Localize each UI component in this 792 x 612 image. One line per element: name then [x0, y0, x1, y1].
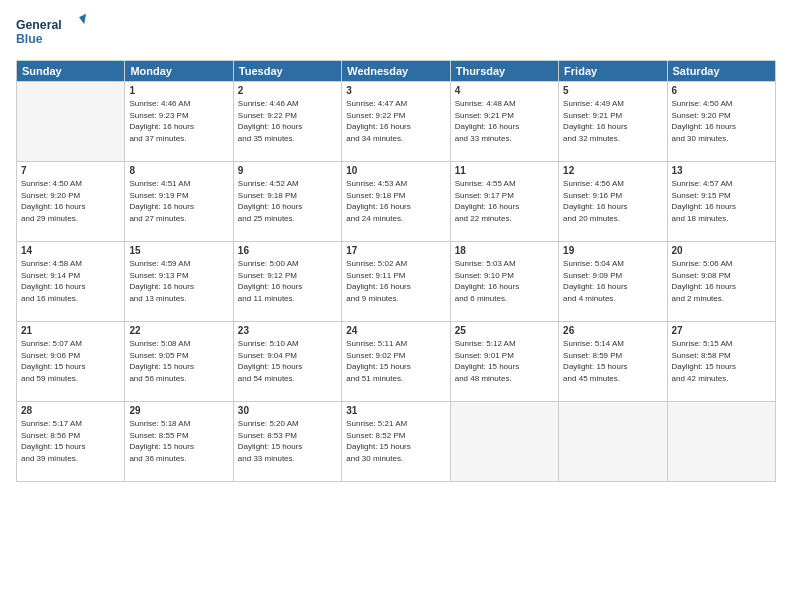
day-detail: Sunrise: 5:15 AM Sunset: 8:58 PM Dayligh…: [672, 338, 771, 384]
day-cell: 6Sunrise: 4:50 AM Sunset: 9:20 PM Daylig…: [667, 82, 775, 162]
day-detail: Sunrise: 5:20 AM Sunset: 8:53 PM Dayligh…: [238, 418, 337, 464]
day-number: 8: [129, 165, 228, 176]
week-row-3: 14Sunrise: 4:58 AM Sunset: 9:14 PM Dayli…: [17, 242, 776, 322]
day-header-saturday: Saturday: [667, 61, 775, 82]
day-cell: 4Sunrise: 4:48 AM Sunset: 9:21 PM Daylig…: [450, 82, 558, 162]
day-cell: [667, 402, 775, 482]
day-cell: 30Sunrise: 5:20 AM Sunset: 8:53 PM Dayli…: [233, 402, 341, 482]
day-number: 24: [346, 325, 445, 336]
day-detail: Sunrise: 4:46 AM Sunset: 9:22 PM Dayligh…: [238, 98, 337, 144]
svg-marker-2: [79, 14, 86, 25]
day-cell: 29Sunrise: 5:18 AM Sunset: 8:55 PM Dayli…: [125, 402, 233, 482]
day-cell: 20Sunrise: 5:06 AM Sunset: 9:08 PM Dayli…: [667, 242, 775, 322]
day-cell: 11Sunrise: 4:55 AM Sunset: 9:17 PM Dayli…: [450, 162, 558, 242]
day-number: 27: [672, 325, 771, 336]
day-detail: Sunrise: 5:08 AM Sunset: 9:05 PM Dayligh…: [129, 338, 228, 384]
day-detail: Sunrise: 4:53 AM Sunset: 9:18 PM Dayligh…: [346, 178, 445, 224]
day-detail: Sunrise: 4:58 AM Sunset: 9:14 PM Dayligh…: [21, 258, 120, 304]
day-number: 1: [129, 85, 228, 96]
day-cell: 24Sunrise: 5:11 AM Sunset: 9:02 PM Dayli…: [342, 322, 450, 402]
day-cell: 18Sunrise: 5:03 AM Sunset: 9:10 PM Dayli…: [450, 242, 558, 322]
day-detail: Sunrise: 4:50 AM Sunset: 9:20 PM Dayligh…: [21, 178, 120, 224]
day-cell: 10Sunrise: 4:53 AM Sunset: 9:18 PM Dayli…: [342, 162, 450, 242]
page: General Blue SundayMondayTuesdayWednesda…: [0, 0, 792, 612]
day-cell: 27Sunrise: 5:15 AM Sunset: 8:58 PM Dayli…: [667, 322, 775, 402]
day-cell: 8Sunrise: 4:51 AM Sunset: 9:19 PM Daylig…: [125, 162, 233, 242]
day-detail: Sunrise: 5:18 AM Sunset: 8:55 PM Dayligh…: [129, 418, 228, 464]
day-detail: Sunrise: 4:48 AM Sunset: 9:21 PM Dayligh…: [455, 98, 554, 144]
day-detail: Sunrise: 5:14 AM Sunset: 8:59 PM Dayligh…: [563, 338, 662, 384]
day-cell: 17Sunrise: 5:02 AM Sunset: 9:11 PM Dayli…: [342, 242, 450, 322]
day-cell: 21Sunrise: 5:07 AM Sunset: 9:06 PM Dayli…: [17, 322, 125, 402]
day-detail: Sunrise: 5:03 AM Sunset: 9:10 PM Dayligh…: [455, 258, 554, 304]
day-cell: 19Sunrise: 5:04 AM Sunset: 9:09 PM Dayli…: [559, 242, 667, 322]
calendar: SundayMondayTuesdayWednesdayThursdayFrid…: [16, 60, 776, 482]
day-detail: Sunrise: 5:21 AM Sunset: 8:52 PM Dayligh…: [346, 418, 445, 464]
svg-text:General: General: [16, 18, 62, 32]
day-header-wednesday: Wednesday: [342, 61, 450, 82]
day-cell: 2Sunrise: 4:46 AM Sunset: 9:22 PM Daylig…: [233, 82, 341, 162]
day-cell: 5Sunrise: 4:49 AM Sunset: 9:21 PM Daylig…: [559, 82, 667, 162]
day-cell: 25Sunrise: 5:12 AM Sunset: 9:01 PM Dayli…: [450, 322, 558, 402]
svg-text:Blue: Blue: [16, 32, 43, 46]
day-detail: Sunrise: 4:46 AM Sunset: 9:23 PM Dayligh…: [129, 98, 228, 144]
day-header-friday: Friday: [559, 61, 667, 82]
day-cell: 28Sunrise: 5:17 AM Sunset: 8:56 PM Dayli…: [17, 402, 125, 482]
day-header-thursday: Thursday: [450, 61, 558, 82]
day-number: 5: [563, 85, 662, 96]
week-row-2: 7Sunrise: 4:50 AM Sunset: 9:20 PM Daylig…: [17, 162, 776, 242]
day-cell: 3Sunrise: 4:47 AM Sunset: 9:22 PM Daylig…: [342, 82, 450, 162]
day-detail: Sunrise: 4:50 AM Sunset: 9:20 PM Dayligh…: [672, 98, 771, 144]
day-cell: 7Sunrise: 4:50 AM Sunset: 9:20 PM Daylig…: [17, 162, 125, 242]
day-detail: Sunrise: 4:59 AM Sunset: 9:13 PM Dayligh…: [129, 258, 228, 304]
day-number: 3: [346, 85, 445, 96]
day-cell: 16Sunrise: 5:00 AM Sunset: 9:12 PM Dayli…: [233, 242, 341, 322]
day-number: 2: [238, 85, 337, 96]
header: General Blue: [16, 12, 776, 52]
day-detail: Sunrise: 4:56 AM Sunset: 9:16 PM Dayligh…: [563, 178, 662, 224]
week-row-5: 28Sunrise: 5:17 AM Sunset: 8:56 PM Dayli…: [17, 402, 776, 482]
day-number: 21: [21, 325, 120, 336]
day-detail: Sunrise: 5:17 AM Sunset: 8:56 PM Dayligh…: [21, 418, 120, 464]
day-detail: Sunrise: 4:57 AM Sunset: 9:15 PM Dayligh…: [672, 178, 771, 224]
day-number: 26: [563, 325, 662, 336]
day-number: 31: [346, 405, 445, 416]
day-header-tuesday: Tuesday: [233, 61, 341, 82]
day-number: 14: [21, 245, 120, 256]
day-number: 23: [238, 325, 337, 336]
day-cell: 22Sunrise: 5:08 AM Sunset: 9:05 PM Dayli…: [125, 322, 233, 402]
day-detail: Sunrise: 4:55 AM Sunset: 9:17 PM Dayligh…: [455, 178, 554, 224]
day-detail: Sunrise: 4:52 AM Sunset: 9:18 PM Dayligh…: [238, 178, 337, 224]
day-cell: 13Sunrise: 4:57 AM Sunset: 9:15 PM Dayli…: [667, 162, 775, 242]
day-detail: Sunrise: 4:47 AM Sunset: 9:22 PM Dayligh…: [346, 98, 445, 144]
day-cell: 1Sunrise: 4:46 AM Sunset: 9:23 PM Daylig…: [125, 82, 233, 162]
day-number: 25: [455, 325, 554, 336]
day-detail: Sunrise: 5:11 AM Sunset: 9:02 PM Dayligh…: [346, 338, 445, 384]
day-number: 11: [455, 165, 554, 176]
day-number: 17: [346, 245, 445, 256]
logo-svg: General Blue: [16, 12, 86, 52]
calendar-header-row: SundayMondayTuesdayWednesdayThursdayFrid…: [17, 61, 776, 82]
day-number: 13: [672, 165, 771, 176]
day-number: 9: [238, 165, 337, 176]
day-number: 19: [563, 245, 662, 256]
day-header-monday: Monday: [125, 61, 233, 82]
day-number: 4: [455, 85, 554, 96]
day-cell: [17, 82, 125, 162]
day-detail: Sunrise: 5:12 AM Sunset: 9:01 PM Dayligh…: [455, 338, 554, 384]
day-detail: Sunrise: 5:02 AM Sunset: 9:11 PM Dayligh…: [346, 258, 445, 304]
day-number: 10: [346, 165, 445, 176]
day-number: 29: [129, 405, 228, 416]
day-number: 18: [455, 245, 554, 256]
day-cell: 14Sunrise: 4:58 AM Sunset: 9:14 PM Dayli…: [17, 242, 125, 322]
week-row-4: 21Sunrise: 5:07 AM Sunset: 9:06 PM Dayli…: [17, 322, 776, 402]
day-detail: Sunrise: 4:49 AM Sunset: 9:21 PM Dayligh…: [563, 98, 662, 144]
day-cell: 9Sunrise: 4:52 AM Sunset: 9:18 PM Daylig…: [233, 162, 341, 242]
day-detail: Sunrise: 5:00 AM Sunset: 9:12 PM Dayligh…: [238, 258, 337, 304]
logo: General Blue: [16, 12, 86, 52]
day-detail: Sunrise: 5:06 AM Sunset: 9:08 PM Dayligh…: [672, 258, 771, 304]
day-cell: [559, 402, 667, 482]
day-number: 12: [563, 165, 662, 176]
day-header-sunday: Sunday: [17, 61, 125, 82]
day-detail: Sunrise: 5:04 AM Sunset: 9:09 PM Dayligh…: [563, 258, 662, 304]
